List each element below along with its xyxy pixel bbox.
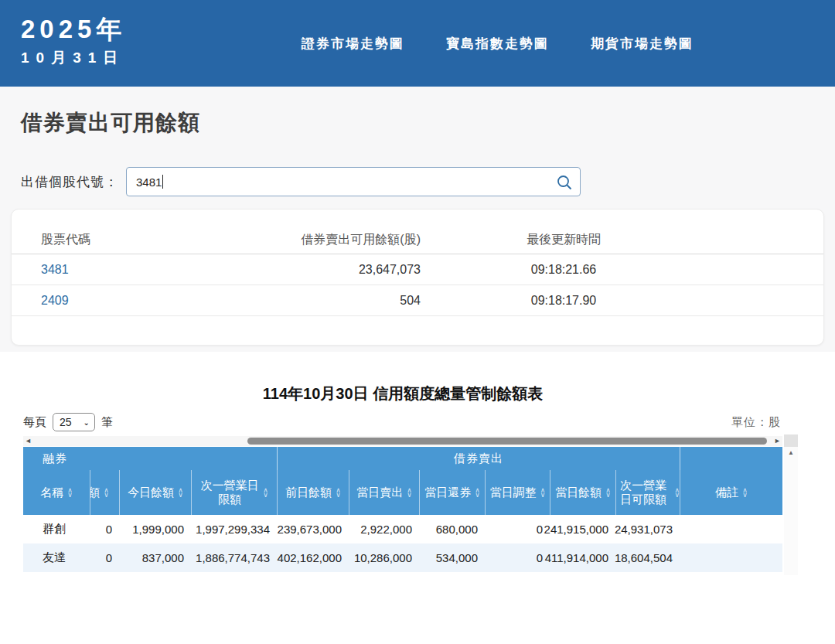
stock-code-value: 3481 xyxy=(136,175,162,189)
horizontal-scrollbar[interactable]: ◄ ► xyxy=(23,436,782,446)
lending-table-header: 股票代碼 借券賣出可用餘額(股) 最後更新時間 xyxy=(12,227,823,254)
cell-value: 0 xyxy=(90,515,120,543)
search-label: 出借個股代號： xyxy=(21,173,118,191)
per-page-prefix-label: 每頁 xyxy=(23,415,46,430)
cell-value: 411,914,000 xyxy=(550,543,616,572)
group-securities-lending-sell: 借券賣出 xyxy=(278,447,680,470)
text-caret xyxy=(162,175,163,189)
col-remark[interactable]: 備註 ∧∨ xyxy=(680,470,782,515)
cell-value: 0 xyxy=(486,543,550,572)
col-stock-code: 股票代碼 xyxy=(12,232,205,248)
col-today-remaining[interactable]: 當日餘額 ∧∨ xyxy=(550,470,616,515)
group-margin-short: 融券 xyxy=(23,447,278,470)
col-name[interactable]: 名稱 ∧∨ xyxy=(23,470,90,515)
updated-value: 09:18:21.66 xyxy=(421,263,707,277)
col-today-sell[interactable]: 當日賣出 ∧∨ xyxy=(349,470,420,515)
quota-column-header: 名稱 ∧∨ 額 ∧∨ 今日餘額 ∧∨ 次一營業日 限額 ∧∨ 前日餘額 ∧∨ 當… xyxy=(23,470,782,515)
col-today-return[interactable]: 當日還券 ∧∨ xyxy=(420,470,486,515)
cell-value: 0 xyxy=(90,543,120,572)
cell-value: 10,286,000 xyxy=(349,543,420,572)
cell-value: 534,000 xyxy=(420,543,486,572)
date-block: 2025年 10月31日 xyxy=(21,14,126,70)
table-row: 3481 23,647,073 09:18:21.66 xyxy=(12,254,823,285)
search-row: 出借個股代號： 3481 xyxy=(21,167,581,196)
stock-code-link[interactable]: 3481 xyxy=(41,263,69,276)
top-nav: 證券市場走勢圖 寶島指數走勢圖 期貨市場走勢圖 xyxy=(302,0,694,87)
sort-icon[interactable]: ∧∨ xyxy=(407,488,412,497)
sort-icon[interactable]: ∧∨ xyxy=(605,488,611,497)
cell-value: 2,922,000 xyxy=(349,515,420,543)
stock-name: 群創 xyxy=(23,515,90,543)
updated-value: 09:18:17.90 xyxy=(421,294,707,308)
sort-icon[interactable]: ∧∨ xyxy=(263,488,268,497)
scroll-left-icon[interactable]: ◄ xyxy=(25,436,32,446)
nav-securities-market-chart[interactable]: 證券市場走勢圖 xyxy=(302,35,404,53)
quota-controls: 每頁 25 ⌄ 筆 單位：股 xyxy=(23,413,798,433)
cell-value: 18,604,504 xyxy=(616,543,680,572)
cell-value: 680,000 xyxy=(420,515,486,543)
per-page-selected-value: 25 xyxy=(60,416,72,428)
per-page-control: 每頁 25 ⌄ 筆 xyxy=(23,413,798,431)
balance-value: 504 xyxy=(205,294,421,308)
nav-formosa-index-chart[interactable]: 寶島指數走勢圖 xyxy=(446,35,549,53)
cell-value: 0 xyxy=(486,515,550,543)
chevron-down-icon: ⌄ xyxy=(84,418,90,427)
cell-value: 1,997,299,334 xyxy=(192,515,278,543)
table-row: 友達 0 837,000 1,886,774,743 402,162,000 1… xyxy=(23,543,782,572)
page-title: 借券賣出可用餘額 xyxy=(21,108,200,138)
page: 2025年 10月31日 證券市場走勢圖 寶島指數走勢圖 期貨市場走勢圖 借券賣… xyxy=(0,0,835,644)
sort-icon[interactable]: ∧∨ xyxy=(67,488,73,497)
col-available-balance: 借券賣出可用餘額(股) xyxy=(205,232,421,248)
col-clipped[interactable]: 額 ∧∨ xyxy=(90,470,120,515)
cell-value: 24,931,073 xyxy=(616,515,680,543)
col-today-balance[interactable]: 今日餘額 ∧∨ xyxy=(120,470,192,515)
sort-icon[interactable]: ∧∨ xyxy=(178,488,183,497)
balance-value: 23,647,073 xyxy=(205,263,421,277)
sort-icon[interactable]: ∧∨ xyxy=(336,488,341,497)
stock-name: 友達 xyxy=(23,543,90,572)
per-page-suffix-label: 筆 xyxy=(101,415,113,430)
lending-balance-card: 股票代碼 借券賣出可用餘額(股) 最後更新時間 3481 23,647,073 … xyxy=(11,209,824,346)
cell-remark xyxy=(680,543,782,572)
nav-futures-market-chart[interactable]: 期貨市場走勢圖 xyxy=(591,35,694,53)
scroll-up-icon[interactable]: ▲ xyxy=(784,447,798,459)
sort-icon[interactable]: ∧∨ xyxy=(104,488,109,497)
date-year: 2025年 xyxy=(21,14,126,45)
magnifier-icon[interactable] xyxy=(555,173,574,192)
col-today-adjust[interactable]: 當日調整 ∧∨ xyxy=(486,470,550,515)
sort-icon[interactable]: ∧∨ xyxy=(674,488,680,497)
per-page-select[interactable]: 25 ⌄ xyxy=(53,413,95,431)
sort-icon[interactable]: ∧∨ xyxy=(742,488,748,497)
stock-code-input[interactable]: 3481 xyxy=(126,167,581,196)
col-prev-day-balance[interactable]: 前日餘額 ∧∨ xyxy=(278,470,349,515)
cell-value: 837,000 xyxy=(120,543,192,572)
col-next-day-limit[interactable]: 次一營業日 限額 ∧∨ xyxy=(192,470,278,515)
col-next-day-available-limit[interactable]: 次一營業 日可限額 ∧∨ xyxy=(616,470,680,515)
date-month-day: 10月31日 xyxy=(21,46,126,70)
quota-table-title: 114年10月30日 信用額度總量管制餘額表 xyxy=(23,383,782,404)
cell-value: 402,162,000 xyxy=(278,543,349,572)
quota-table: 融券 借券賣出 名稱 ∧∨ 額 ∧∨ 今日餘額 ∧∨ 次一營業日 限額 ∧∨ 前… xyxy=(23,447,782,572)
cell-remark xyxy=(680,515,782,543)
sort-icon[interactable]: ∧∨ xyxy=(475,488,480,497)
unit-label: 單位：股 xyxy=(731,415,781,430)
app-header: 2025年 10月31日 證券市場走勢圖 寶島指數走勢圖 期貨市場走勢圖 xyxy=(0,0,835,87)
horizontal-scrollbar-thumb[interactable] xyxy=(247,438,767,445)
cell-value: 1,886,774,743 xyxy=(192,543,278,572)
sort-icon[interactable]: ∧∨ xyxy=(540,488,546,497)
vertical-scrollbar[interactable]: ▲ xyxy=(784,447,798,575)
cell-value: 241,915,000 xyxy=(550,515,616,543)
scrollbar-corner xyxy=(784,434,798,447)
group-spacer xyxy=(680,447,782,470)
cell-value: 1,999,000 xyxy=(120,515,192,543)
cell-value: 239,673,000 xyxy=(278,515,349,543)
stock-code-link[interactable]: 2409 xyxy=(41,294,69,307)
scroll-right-icon[interactable]: ► xyxy=(774,436,781,446)
table-row: 2409 504 09:18:17.90 xyxy=(12,285,823,316)
table-row: 群創 0 1,999,000 1,997,299,334 239,673,000… xyxy=(23,515,782,543)
quota-group-header: 融券 借券賣出 xyxy=(23,447,782,470)
col-last-updated: 最後更新時間 xyxy=(421,232,707,248)
